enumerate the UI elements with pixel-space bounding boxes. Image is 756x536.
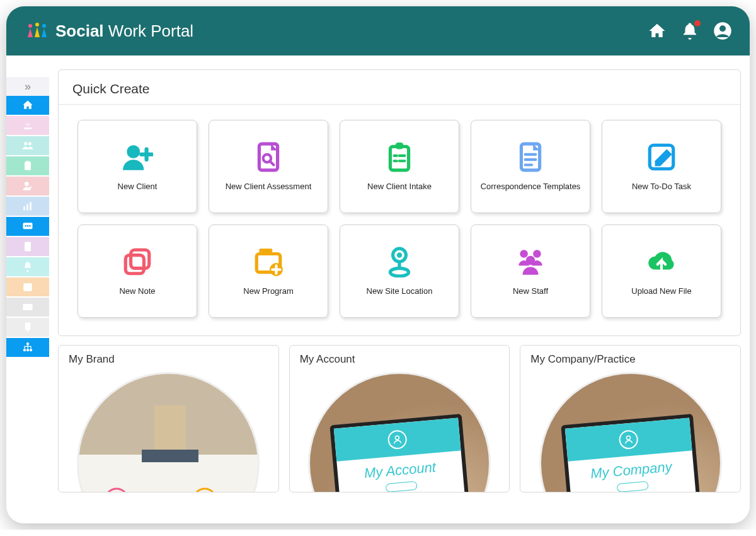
svg-point-28 (26, 349, 29, 351)
quick-card-label: New Client Intake (367, 182, 432, 192)
svg-rect-11 (26, 204, 28, 211)
quick-card-label: New Client (118, 182, 158, 192)
quick-card-clipboard-check[interactable]: New Client Intake (340, 120, 459, 213)
quick-card-edit-square[interactable]: New To-Do Task (602, 120, 721, 213)
svg-point-46 (533, 250, 541, 258)
analytics-icon (21, 200, 34, 213)
svg-rect-33 (390, 146, 408, 170)
svg-point-20 (26, 270, 28, 272)
info-card-title: My Account (290, 346, 510, 372)
download-icon (21, 119, 34, 132)
staff-group-icon (515, 246, 546, 277)
quick-card-folder-plus[interactable]: New Program (209, 224, 328, 318)
svg-point-45 (520, 250, 528, 258)
quick-card-cloud-up[interactable]: Upload New File (602, 224, 721, 318)
svg-point-30 (127, 145, 140, 158)
svg-point-55 (626, 436, 631, 440)
info-card-title: My Brand (59, 346, 278, 372)
logo-text: Social Work Portal (55, 21, 193, 41)
sidebar-item-home[interactable] (6, 96, 49, 115)
location-pin-icon (384, 246, 415, 277)
svg-rect-19 (26, 247, 30, 250)
svg-rect-37 (131, 250, 149, 268)
user-plus-icon (122, 141, 153, 173)
svg-rect-17 (25, 242, 31, 252)
sidebar-item-analytics[interactable] (6, 197, 49, 216)
svg-point-1 (35, 23, 39, 26)
svg-rect-52 (154, 405, 186, 450)
clipboard-icon (21, 160, 34, 172)
svg-rect-7 (25, 161, 31, 170)
logo[interactable]: Social Work Portal (24, 21, 193, 41)
svg-point-4 (719, 25, 726, 32)
info-card-0[interactable]: My BrandBRAND (58, 345, 279, 492)
svg-rect-10 (23, 206, 25, 211)
svg-rect-38 (125, 255, 144, 273)
badge-icon (21, 321, 34, 334)
quick-card-label: New To-Do Task (632, 182, 691, 192)
quick-card-file-search[interactable]: New Client Assessment (209, 120, 328, 213)
chevron-right-icon: » (25, 80, 31, 93)
svg-point-9 (25, 182, 29, 186)
user-edit-icon (21, 180, 34, 192)
quick-card-label: Upload New File (631, 286, 691, 297)
quick-card-note-copy[interactable]: New Note (77, 224, 197, 318)
quick-create-title: Quick Create (59, 70, 740, 105)
svg-point-29 (30, 349, 32, 351)
quick-card-doc-lines[interactable]: Correspondence Templates (471, 120, 590, 213)
sidebar-item-calendar[interactable] (6, 277, 49, 296)
logo-icon (24, 22, 50, 40)
info-card-image: My Company (520, 372, 740, 492)
account-icon[interactable] (713, 21, 732, 40)
sidebar-item-badge[interactable] (6, 318, 49, 337)
folder-plus-icon (253, 246, 284, 277)
quick-card-location-pin[interactable]: New Site Location (340, 224, 459, 318)
svg-point-2 (42, 24, 46, 28)
info-card-2[interactable]: My Company/PracticeMy Company (520, 345, 741, 492)
svg-point-16 (29, 225, 31, 227)
svg-point-5 (24, 142, 27, 145)
quick-card-staff-group[interactable]: New Staff (471, 224, 590, 318)
svg-point-44 (390, 268, 408, 276)
svg-rect-34 (396, 143, 404, 149)
calendar-icon (21, 281, 34, 293)
sidebar-item-bell[interactable] (6, 257, 49, 276)
header-actions (648, 21, 732, 40)
svg-point-50 (193, 489, 216, 492)
contact-icon (21, 240, 34, 253)
edit-square-icon (646, 141, 677, 173)
sidebar-item-user-edit[interactable] (6, 177, 49, 195)
quick-create-panel: Quick Create New ClientNew Client Assess… (58, 69, 741, 336)
svg-point-6 (28, 142, 32, 145)
svg-point-0 (28, 24, 32, 28)
quick-card-user-plus[interactable]: New Client (77, 120, 197, 213)
message-icon (21, 220, 34, 233)
sidebar-item-download[interactable] (6, 116, 49, 135)
sidebar-item-clipboard[interactable] (6, 156, 49, 175)
sidebar-item-clients[interactable] (6, 136, 49, 155)
app-window: Social Work Portal » Q (6, 6, 750, 523)
sidebar-item-mail[interactable] (6, 298, 49, 317)
clipboard-check-icon (384, 141, 415, 173)
sidebar-item-message[interactable] (6, 217, 49, 236)
laptop-image: My Company (539, 372, 722, 492)
info-card-image: My Account (290, 372, 510, 492)
brand-image: BRAND (77, 372, 260, 492)
sidebar-expand-button[interactable]: » (6, 77, 49, 96)
note-copy-icon (122, 246, 153, 277)
info-card-image: BRAND (59, 372, 278, 492)
file-search-icon (253, 141, 284, 173)
main-content: Quick Create New ClientNew Client Assess… (49, 55, 750, 523)
sidebar-item-contact[interactable] (6, 237, 49, 256)
home-icon[interactable] (648, 21, 667, 40)
mail-icon (21, 301, 34, 313)
svg-rect-39 (259, 248, 272, 252)
info-card-1[interactable]: My AccountMy Account (289, 345, 510, 492)
quick-card-label: New Client Assessment (226, 182, 312, 192)
sidebar: » (6, 55, 49, 523)
laptop-image-text: My Company (590, 458, 672, 482)
bell-icon[interactable] (680, 21, 699, 40)
quick-card-label: New Site Location (367, 286, 433, 297)
hierarchy-icon (21, 341, 34, 354)
sidebar-item-hierarchy[interactable] (6, 338, 49, 357)
